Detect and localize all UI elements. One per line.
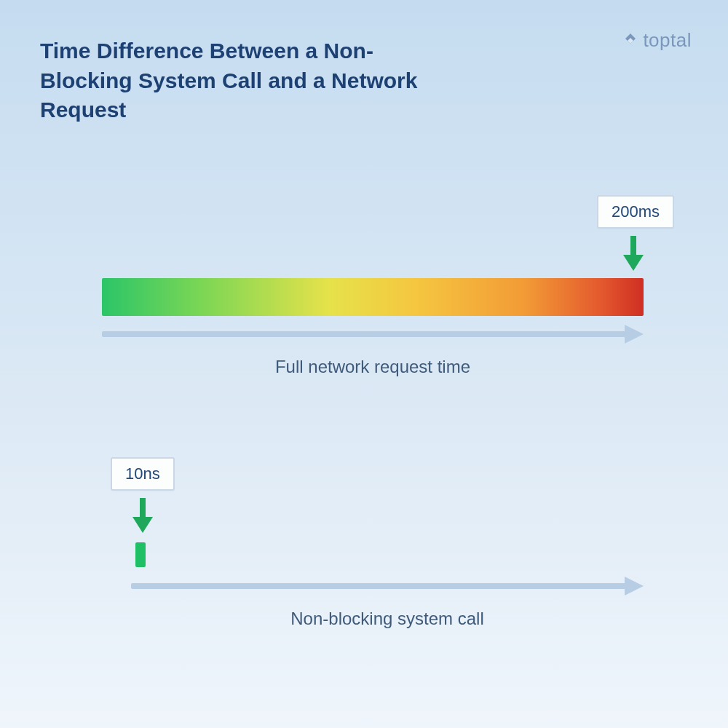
syscall-time-badge: 10ns [111, 457, 175, 491]
svg-marker-1 [623, 255, 644, 271]
syscall-caption: Non-blocking system call [131, 609, 644, 629]
svg-marker-3 [132, 517, 153, 533]
network-caption: Full network request time [102, 357, 644, 377]
arrow-down-icon [132, 498, 153, 536]
network-duration-bar [102, 278, 644, 316]
syscall-time-badge-wrap: 10ns [111, 457, 175, 491]
arrow-down-icon [623, 236, 644, 274]
svg-rect-0 [630, 236, 636, 256]
brand-name: toptal [643, 29, 692, 52]
network-timeline-arrow [102, 331, 644, 338]
brand-logo: toptal [622, 29, 692, 52]
syscall-duration-bar [135, 542, 146, 567]
syscall-timeline-arrow [131, 582, 644, 590]
toptal-icon [622, 31, 638, 51]
diagram-title: Time Difference Between a Non-Blocking S… [40, 36, 419, 125]
svg-rect-2 [140, 498, 146, 518]
network-time-badge: 200ms [597, 195, 674, 229]
network-time-badge-wrap: 200ms [597, 195, 674, 229]
